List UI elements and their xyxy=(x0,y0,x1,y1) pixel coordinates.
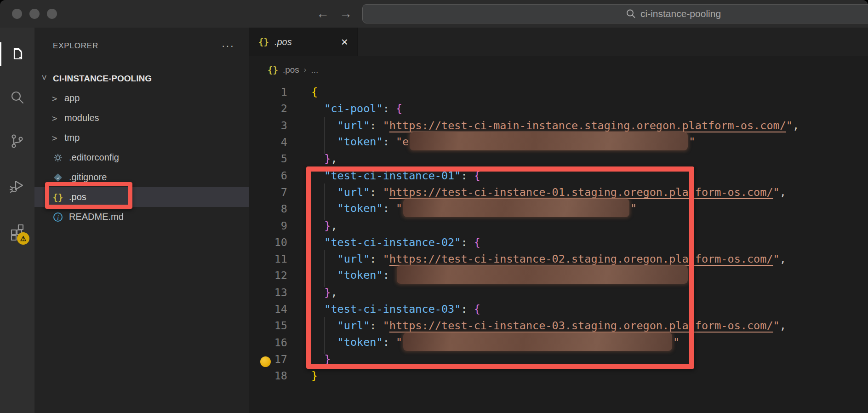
history-nav: ← → xyxy=(316,0,352,28)
explorer-sidebar: EXPLORER ··· >CI-INSTANCE-POOLING>app>mo… xyxy=(34,28,249,413)
annotation-box-code-block xyxy=(306,166,694,369)
breadcrumb-more[interactable]: ... xyxy=(311,65,318,75)
forward-arrow-icon[interactable]: → xyxy=(339,6,352,21)
extensions-view-icon[interactable]: ⚠ xyxy=(8,223,26,241)
tree-root-label: CI-INSTANCE-POOLING xyxy=(53,74,152,84)
json-file-icon: {} xyxy=(258,37,269,47)
code-line-4[interactable]: 4 "token": "e" xyxy=(249,134,868,150)
zoom-window-icon[interactable] xyxy=(47,9,57,19)
annotation-yellow-dot xyxy=(260,356,271,367)
breadcrumb-file[interactable]: .pos xyxy=(283,65,299,75)
extensions-warning-badge: ⚠ xyxy=(17,232,29,245)
json-file-icon: {} xyxy=(268,65,278,75)
chevron-right-icon: › xyxy=(304,65,307,75)
line-number: 1 xyxy=(249,86,287,98)
explorer-view-icon[interactable] xyxy=(8,45,26,63)
line-number: 14 xyxy=(249,303,287,315)
chevron-right-icon: > xyxy=(52,93,59,103)
code-text: "token": "e" xyxy=(311,133,695,151)
search-icon xyxy=(626,9,636,19)
line-number: 4 xyxy=(249,136,287,149)
tree-item-label: README.md xyxy=(69,212,124,222)
line-number: 12 xyxy=(249,269,287,282)
tree-item-modules[interactable]: >modules xyxy=(34,108,249,128)
window-controls xyxy=(12,9,57,19)
line-number: 8 xyxy=(249,202,287,215)
tab-title: .pos xyxy=(274,37,292,47)
tree-item-editorconfig[interactable]: .editorconfig xyxy=(34,148,249,167)
source-control-view-icon[interactable] xyxy=(8,132,26,150)
sidebar-more-actions-icon[interactable]: ··· xyxy=(222,44,234,48)
chevron-right-icon: > xyxy=(52,113,59,123)
tree-item-README-md[interactable]: iREADME.md xyxy=(34,207,249,227)
run-and-debug-view-icon[interactable] xyxy=(8,177,26,195)
code-line-1[interactable]: 1{ xyxy=(249,84,868,100)
annotation-box-pos-file xyxy=(45,182,132,209)
line-number: 9 xyxy=(249,219,287,232)
line-number: 3 xyxy=(249,119,287,132)
code-text: "url": "https://test-ci-main-instance.st… xyxy=(311,119,799,132)
code-text: { xyxy=(311,86,318,98)
tree-item-tmp[interactable]: >tmp xyxy=(34,128,249,148)
code-line-18[interactable]: 18} xyxy=(249,367,868,384)
line-number: 16 xyxy=(249,336,287,349)
back-arrow-icon[interactable]: ← xyxy=(316,6,329,21)
chevron-right-icon: > xyxy=(52,133,59,143)
tree-item-label: .gitignore xyxy=(69,172,107,183)
breadcrumb: {} .pos › ... xyxy=(249,56,868,84)
search-value: ci-instance-pooling xyxy=(640,8,721,19)
code-line-2[interactable]: 2 "ci-pool": { xyxy=(249,100,868,117)
titlebar: ← → ci-instance-pooling xyxy=(0,0,868,28)
tree-root-ci-instance-pooling[interactable]: >CI-INSTANCE-POOLING xyxy=(34,69,249,88)
tree-item-label: app xyxy=(64,93,80,103)
close-window-icon[interactable] xyxy=(12,9,22,19)
code-text: } xyxy=(311,369,318,382)
tree-item-app[interactable]: >app xyxy=(34,88,249,108)
active-view-indicator xyxy=(0,42,1,66)
code-line-3[interactable]: 3 "url": "https://test-ci-main-instance.… xyxy=(249,117,868,134)
chevron-down-icon: > xyxy=(40,75,50,82)
close-tab-icon[interactable]: × xyxy=(341,37,348,46)
line-number: 7 xyxy=(249,186,287,199)
tree-item-label: tmp xyxy=(64,132,80,143)
line-number: 15 xyxy=(249,319,287,332)
code-text: }, xyxy=(311,152,337,165)
line-number: 13 xyxy=(249,286,287,299)
info-icon: i xyxy=(52,212,64,222)
tree-item-label: .editorconfig xyxy=(69,152,119,163)
tab-bar: {} .pos × xyxy=(249,28,868,56)
sidebar-title: EXPLORER xyxy=(53,41,98,51)
git-icon xyxy=(52,172,64,183)
gear-icon xyxy=(52,153,64,163)
line-number: 5 xyxy=(249,152,287,165)
tab-pos[interactable]: {} .pos × xyxy=(249,28,358,56)
redacted-token-blur xyxy=(410,132,688,150)
line-number: 11 xyxy=(249,252,287,265)
tree-item-label: modules xyxy=(64,113,99,123)
command-center-search[interactable]: ci-instance-pooling xyxy=(362,4,868,23)
line-number: 18 xyxy=(249,369,287,382)
search-view-icon[interactable] xyxy=(8,88,26,107)
line-number: 2 xyxy=(249,102,287,115)
code-text: "ci-pool": { xyxy=(311,102,402,115)
activity-bar: ⚠ xyxy=(0,28,34,413)
code-line-5[interactable]: 5 }, xyxy=(249,150,868,167)
minimize-window-icon[interactable] xyxy=(29,9,40,19)
line-number: 10 xyxy=(249,236,287,249)
line-number: 6 xyxy=(249,169,287,182)
